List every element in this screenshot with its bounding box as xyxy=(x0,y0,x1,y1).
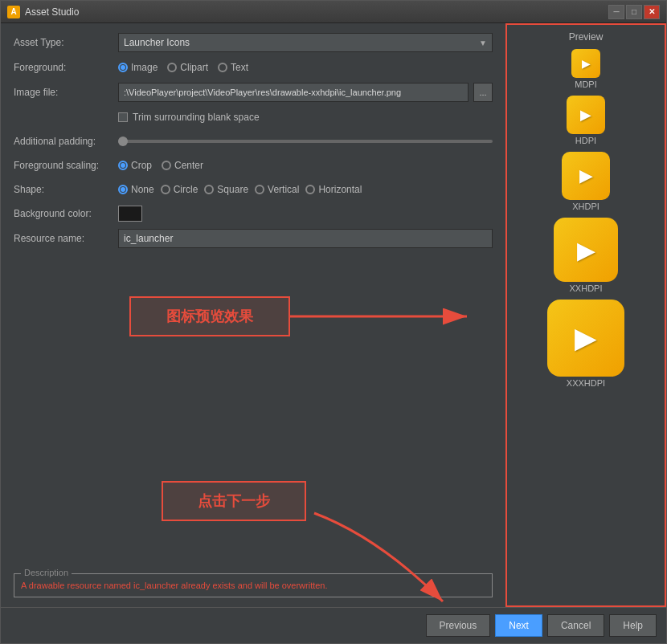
asset-type-dropdown[interactable]: Launcher Icons ▼ xyxy=(118,33,493,52)
bg-color-control xyxy=(118,206,493,222)
scaling-options: Crop Center xyxy=(118,160,493,171)
bg-color-row: Background color: xyxy=(14,205,493,222)
asset-type-value: Launcher Icons xyxy=(124,37,190,48)
close-button[interactable]: ✕ xyxy=(644,5,660,19)
foreground-image-radio[interactable] xyxy=(118,63,128,72)
cancel-button[interactable]: Cancel xyxy=(547,614,604,637)
title-bar: A Asset Studio ─ □ ✕ xyxy=(1,1,666,23)
hdpi-icon xyxy=(567,96,605,134)
window-controls: ─ □ ✕ xyxy=(608,5,660,19)
next-step-annotation: 点击下一步 xyxy=(162,481,306,521)
xhdpi-icon xyxy=(562,152,610,200)
padding-slider-thumb[interactable] xyxy=(118,137,128,146)
image-file-row: Image file: ... xyxy=(14,83,493,102)
image-file-control: ... xyxy=(118,83,493,102)
padding-slider-track xyxy=(118,140,493,143)
shape-none-option[interactable]: None xyxy=(118,184,154,195)
shape-circle-radio[interactable] xyxy=(161,185,170,194)
main-window: A Asset Studio ─ □ ✕ Asset Type: Launche… xyxy=(0,0,667,644)
shape-row: Shape: None Circle Square xyxy=(14,181,493,198)
image-file-label: Image file: xyxy=(14,87,118,98)
left-panel: Asset Type: Launcher Icons ▼ Foreground:… xyxy=(1,23,505,607)
bg-color-swatch[interactable] xyxy=(118,206,142,222)
scaling-center-radio[interactable] xyxy=(162,161,171,170)
preview-panel: Preview MDPI HDPI XHDPI XXHDPI xyxy=(505,23,666,607)
shape-horizontal-radio[interactable] xyxy=(305,185,315,194)
app-icon: A xyxy=(7,6,20,18)
foreground-text-option[interactable]: Text xyxy=(218,62,248,73)
shape-square-option[interactable]: Square xyxy=(204,184,248,195)
xxhdpi-icon xyxy=(554,218,618,282)
help-button[interactable]: Help xyxy=(609,614,657,637)
xhdpi-label: XHDPI xyxy=(572,202,599,211)
foreground-row: Foreground: Image Clipart Text xyxy=(14,59,493,76)
maximize-button[interactable]: □ xyxy=(626,5,642,19)
foreground-image-label: Image xyxy=(131,62,158,73)
scaling-crop-radio[interactable] xyxy=(118,161,128,170)
main-content: Asset Type: Launcher Icons ▼ Foreground:… xyxy=(1,23,666,607)
mdpi-icon xyxy=(571,49,600,78)
trim-control: Trim surrounding blank space xyxy=(118,112,493,123)
preview-mdpi: MDPI xyxy=(514,49,658,89)
shape-vertical-label: Vertical xyxy=(268,184,299,195)
shape-square-radio[interactable] xyxy=(204,185,214,194)
shape-horizontal-option[interactable]: Horizontal xyxy=(305,184,362,195)
shape-none-radio[interactable] xyxy=(118,185,128,194)
preview-xxhdpi: XXHDPI xyxy=(514,218,658,293)
padding-row: Additional padding: xyxy=(14,132,493,150)
shape-circle-option[interactable]: Circle xyxy=(161,184,198,195)
next-button[interactable]: Next xyxy=(495,614,542,637)
description-text: A drawable resource named ic_launcher al… xyxy=(21,581,485,590)
scaling-crop-label: Crop xyxy=(131,160,152,171)
asset-type-row: Asset Type: Launcher Icons ▼ xyxy=(14,33,493,52)
resource-name-control xyxy=(118,229,493,248)
foreground-clipart-radio[interactable] xyxy=(167,63,177,72)
shape-none-label: None xyxy=(131,184,154,195)
mdpi-label: MDPI xyxy=(575,79,597,89)
shape-vertical-option[interactable]: Vertical xyxy=(255,184,299,195)
shape-options: None Circle Square Vertical xyxy=(118,184,493,195)
xxxhdpi-icon xyxy=(547,300,624,377)
shape-square-label: Square xyxy=(217,184,248,195)
trim-row: Trim surrounding blank space xyxy=(14,108,493,126)
scaling-center-option[interactable]: Center xyxy=(162,160,203,171)
bg-color-label: Background color: xyxy=(14,208,118,219)
preview-title: Preview xyxy=(514,31,658,43)
resource-name-row: Resource name: xyxy=(14,229,493,248)
asset-type-control: Launcher Icons ▼ xyxy=(118,33,493,52)
preview-xxxhdpi: XXXHDPI xyxy=(514,300,658,388)
xxxhdpi-label: XXXHDPI xyxy=(567,378,605,388)
previous-button[interactable]: Previous xyxy=(426,614,491,637)
shape-circle-label: Circle xyxy=(174,184,198,195)
description-legend: Description xyxy=(21,568,72,577)
asset-type-label: Asset Type: xyxy=(14,37,118,48)
shape-horizontal-label: Horizontal xyxy=(318,184,362,195)
padding-label: Additional padding: xyxy=(14,136,118,147)
scaling-crop-option[interactable]: Crop xyxy=(118,160,152,171)
foreground-image-option[interactable]: Image xyxy=(118,62,158,73)
scaling-label: Foreground scaling: xyxy=(14,160,118,171)
foreground-text-radio[interactable] xyxy=(218,63,227,72)
shape-vertical-radio[interactable] xyxy=(255,185,264,194)
resource-name-input[interactable] xyxy=(118,229,493,248)
foreground-options: Image Clipart Text xyxy=(118,62,493,73)
scaling-row: Foreground scaling: Crop Center xyxy=(14,157,493,174)
foreground-clipart-option[interactable]: Clipart xyxy=(167,62,208,73)
foreground-text-label: Text xyxy=(231,62,248,73)
foreground-label: Foreground: xyxy=(14,62,118,73)
bottom-bar: Previous Next Cancel Help xyxy=(1,607,666,643)
minimize-button[interactable]: ─ xyxy=(608,5,624,19)
image-file-input[interactable] xyxy=(118,83,469,102)
resource-name-label: Resource name: xyxy=(14,233,118,244)
padding-control xyxy=(118,140,493,143)
window-title: Asset Studio xyxy=(25,6,608,18)
preview-xhdpi: XHDPI xyxy=(514,152,658,211)
preview-annotation: 图标预览效果 xyxy=(129,296,290,336)
trim-checkbox[interactable] xyxy=(118,112,128,122)
scaling-center-label: Center xyxy=(174,160,203,171)
xxhdpi-label: XXHDPI xyxy=(570,283,603,293)
trim-label: Trim surrounding blank space xyxy=(133,112,260,123)
browse-button[interactable]: ... xyxy=(473,83,493,102)
shape-label: Shape: xyxy=(14,184,118,195)
hdpi-label: HDPI xyxy=(575,136,596,145)
